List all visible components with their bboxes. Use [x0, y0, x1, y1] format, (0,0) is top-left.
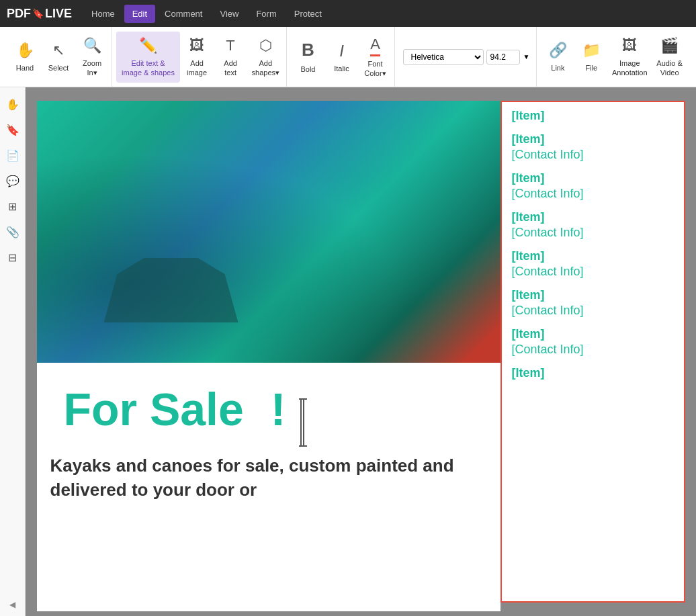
contact-info-1: [Contact Info]: [512, 148, 674, 162]
contact-item-4: [Item] [Contact Info]: [512, 249, 674, 279]
toolbar-group-edit: ✏️ Edit text & image & shapes 🖼 Add imag…: [114, 27, 287, 87]
contact-item-2: [Item] [Contact Info]: [512, 171, 674, 201]
app-logo[interactable]: PDF 🔖 LIVE: [7, 7, 72, 21]
font-controls: Helvetica ▼: [399, 49, 533, 65]
cursor-icon: ↖: [52, 41, 64, 60]
add-image-tool[interactable]: 🖼 Add image: [180, 32, 214, 83]
select-tool[interactable]: ↖ Select: [42, 32, 75, 83]
logo-icon: 🔖: [32, 8, 44, 19]
link-icon: 🔗: [549, 41, 567, 60]
audio-video-label: Audio & Video: [656, 58, 683, 78]
toolbar: ✋ Hand ↖ Select 🔍 Zoom In▾ ✏️ Edit text …: [0, 27, 696, 87]
edit-label: Edit text & image & shapes: [122, 58, 175, 78]
sidebar-page-icon[interactable]: 📄: [3, 145, 23, 165]
text-cursor: [300, 398, 304, 447]
italic-icon: I: [339, 40, 344, 61]
font-color-icon: A: [370, 35, 380, 56]
contact-info-6: [Contact Info]: [512, 343, 674, 357]
contact-item-label-3: [Item]: [512, 210, 674, 224]
select-label: Select: [48, 63, 69, 73]
document-area[interactable]: For Sale! Kayaks and canoes for sale, cu…: [26, 87, 696, 616]
sidebar-export-icon[interactable]: ⊟: [3, 247, 23, 267]
add-shapes-tool[interactable]: ⬡ Add shapes▾: [247, 32, 284, 83]
contact-item-label-6: [Item]: [512, 327, 674, 341]
menu-protect[interactable]: Protect: [286, 5, 330, 23]
contact-info-4: [Contact Info]: [512, 265, 674, 279]
collapse-arrow-icon[interactable]: ◀: [9, 600, 15, 609]
edit-icon: ✏️: [139, 36, 157, 56]
file-tool[interactable]: 📁 File: [574, 32, 608, 83]
add-text-label: Add text: [219, 58, 242, 78]
image-icon: 🖼: [189, 36, 204, 56]
pdf-page: For Sale! Kayaks and canoes for sale, cu…: [37, 101, 501, 611]
sidebar-bookmark-icon[interactable]: 🔖: [3, 120, 23, 140]
font-family-select[interactable]: Helvetica: [403, 49, 484, 65]
bold-icon: B: [302, 39, 314, 62]
file-icon: 📁: [582, 41, 601, 60]
contact-info-3: [Contact Info]: [512, 226, 674, 240]
contact-item-5: [Item] [Contact Info]: [512, 288, 674, 318]
menu-edit[interactable]: Edit: [124, 5, 155, 23]
logo-text: PDF: [7, 7, 31, 21]
toolbar-group-insert: 🔗 Link 📁 File 🖼 Image Annotation 🎬 Audio…: [538, 27, 691, 87]
menu-home[interactable]: Home: [83, 5, 123, 23]
file-label: File: [586, 63, 598, 73]
italic-button[interactable]: I Italic: [324, 32, 358, 83]
bold-button[interactable]: B Bold: [291, 32, 324, 83]
contact-item-label-2: [Item]: [512, 171, 674, 185]
main-layout: ✋ 🔖 📄 💬 ⊞ 📎 ⊟ ◀ For Sale! Kayaks a: [0, 87, 696, 616]
for-sale-container: For Sale!: [37, 363, 501, 447]
audio-video-tool[interactable]: 🎬 Audio & Video: [651, 32, 688, 83]
image-annotation-icon: 🖼: [622, 36, 637, 56]
italic-label: Italic: [334, 64, 349, 73]
sidebar-attachment-icon[interactable]: 📎: [3, 222, 23, 242]
zoom-icon: 🔍: [83, 36, 101, 56]
contact-item-3: [Item] [Contact Info]: [512, 210, 674, 240]
zoom-tool[interactable]: 🔍 Zoom In▾: [75, 32, 109, 83]
link-label: Link: [551, 63, 564, 73]
sidebar-comment-icon[interactable]: 💬: [3, 171, 23, 191]
add-image-label: Add image: [185, 58, 208, 78]
contact-info-2: [Contact Info]: [512, 187, 674, 201]
contact-info-5: [Contact Info]: [512, 304, 674, 318]
toolbar-group-text: B Bold I Italic A Font Color▾: [288, 27, 395, 87]
text-icon: T: [226, 36, 234, 56]
right-contact-panel: [Item] [Item] [Contact Info] [Item] [Con…: [501, 101, 685, 603]
contact-item-0: [Item]: [512, 109, 674, 123]
image-overlay: [37, 101, 501, 363]
contact-list: [Item] [Contact Info] [Item] [Contact In…: [512, 132, 674, 380]
menu-bar: PDF 🔖 LIVE Home Edit Comment View Form P…: [0, 0, 696, 27]
font-size-input[interactable]: [486, 50, 520, 64]
font-color-button[interactable]: A Font Color▾: [358, 32, 392, 83]
link-tool[interactable]: 🔗 Link: [541, 32, 574, 83]
audio-video-icon: 🎬: [660, 36, 679, 56]
menu-view[interactable]: View: [212, 5, 247, 23]
edit-text-tool[interactable]: ✏️ Edit text & image & shapes: [116, 32, 180, 83]
toolbar-group-font: Helvetica ▼: [396, 27, 537, 87]
for-sale-exclamation: !: [257, 369, 300, 442]
image-annotation-tool[interactable]: 🖼 Image Annotation: [608, 32, 651, 83]
font-color-label: Font Color▾: [363, 59, 386, 79]
contact-item-6: [Item] [Contact Info]: [512, 327, 674, 357]
add-shapes-label: Add shapes▾: [252, 58, 279, 78]
contact-item-label-7: [Item]: [512, 366, 674, 380]
contact-label-0: [Item]: [512, 109, 674, 123]
chevron-down-icon: ▼: [523, 53, 529, 60]
contact-item-1: [Item] [Contact Info]: [512, 132, 674, 162]
contact-item-label-5: [Item]: [512, 288, 674, 302]
menu-form[interactable]: Form: [248, 5, 284, 23]
add-text-tool[interactable]: T Add text: [214, 32, 247, 83]
sidebar-layers-icon[interactable]: ⊞: [3, 196, 23, 216]
sidebar-hand-icon[interactable]: ✋: [3, 94, 23, 114]
for-sale-text: For Sale: [50, 369, 257, 442]
menu-comment[interactable]: Comment: [157, 5, 210, 23]
toolbar-group-nav: ✋ Hand ↖ Select 🔍 Zoom In▾: [5, 27, 112, 87]
page-container: For Sale! Kayaks and canoes for sale, cu…: [37, 101, 685, 603]
font-select-row: Helvetica ▼: [403, 49, 529, 65]
contact-item-label-1: [Item]: [512, 132, 674, 146]
bold-label: Bold: [300, 64, 315, 74]
shapes-icon: ⬡: [259, 36, 272, 56]
page-image: [37, 101, 501, 363]
hand-tool[interactable]: ✋ Hand: [8, 32, 42, 83]
zoom-label: Zoom In▾: [81, 58, 103, 78]
